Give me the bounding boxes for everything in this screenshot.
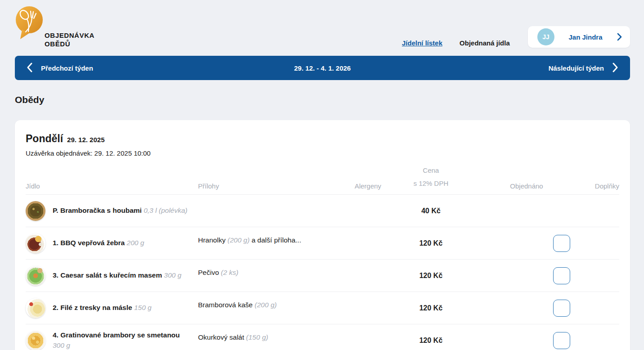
side-portion: (200 g) (227, 236, 249, 244)
ordered-cell (468, 332, 585, 349)
header-sides: Přílohy (198, 182, 342, 190)
chevron-right-icon (612, 63, 618, 74)
header-ordered: Objednáno (468, 182, 585, 190)
user-menu-button[interactable]: JJ Jan Jindra (528, 26, 630, 48)
side-name: Bramborová kaše (198, 301, 252, 309)
meal-portion: 150 g (134, 304, 152, 311)
order-checkbox[interactable] (553, 332, 570, 349)
header-extras: Doplňky (585, 182, 619, 190)
app-logo: OBJEDNÁVKA OBĚDŮ (15, 5, 132, 50)
app-title: OBJEDNÁVKA OBĚDŮ (45, 31, 95, 49)
potatoes-photo (26, 331, 45, 350)
meal-label: 1. BBQ vepřová žebra 200 g (53, 238, 144, 248)
side-name: Pečivo (198, 269, 219, 276)
menu-row: P. Bramboračka s houbami 0,3 l (polévka)… (26, 195, 619, 227)
ordered-cell (468, 300, 585, 317)
menu-row: 3. Caesar salát s kuřecím masem 300 g Pe… (26, 260, 619, 292)
salad-photo (26, 266, 45, 286)
next-week-label: Následující týden (549, 64, 604, 72)
meal-price: 40 Kč (394, 207, 468, 215)
menu-row: 2. Filé z tresky na másle 150 g Bramboro… (26, 292, 619, 324)
side-name: Hranolky (198, 236, 225, 244)
sides-cell: Pečivo (2 ks) (198, 269, 342, 277)
top-nav: Jídelní lístek Objednaná jídla (402, 39, 510, 47)
day-name: Pondělí (26, 133, 63, 145)
order-checkbox[interactable] (553, 267, 570, 284)
cutlery-logo-icon (15, 5, 44, 41)
side-name: Okurkový salát (198, 333, 244, 341)
meal-price: 120 Kč (394, 239, 468, 247)
nav-menu-link[interactable]: Jídelní lístek (402, 39, 442, 47)
side-portion: (200 g) (255, 301, 277, 309)
sides-cell: Bramborová kaše (200 g) (198, 301, 342, 309)
ordered-cell (468, 267, 585, 284)
meal-name: 2. Filé z tresky na másle (53, 304, 132, 311)
soup-photo (26, 201, 45, 221)
meal-portion: 0,3 l (polévka) (144, 206, 187, 214)
nav-ordered-link[interactable]: Objednaná jídla (459, 39, 510, 47)
table-header: Jídlo Přílohy Alergeny Cena s 12% DPH Ob… (26, 164, 619, 195)
meal-price: 120 Kč (394, 272, 468, 280)
meal-name: P. Bramboračka s houbami (53, 206, 142, 214)
sides-cell: Okurkový salát (150 g) (198, 333, 342, 341)
menu-row: 4. Gratinované brambory se smetanou 300 … (26, 324, 619, 350)
meal-label: 3. Caesar salát s kuřecím masem 300 g (53, 270, 181, 280)
header-allergens: Alergeny (342, 182, 394, 190)
meal-label: 4. Gratinované brambory se smetanou 300 … (53, 330, 192, 350)
order-deadline: Uzávěrka objednávek: 29. 12. 2025 10:00 (26, 149, 619, 157)
menu-rows: P. Bramboračka s houbami 0,3 l (polévka)… (26, 195, 619, 350)
meal-price: 120 Kč (394, 304, 468, 312)
chevron-left-icon (27, 63, 33, 74)
fish-photo (26, 298, 45, 318)
meal-label: P. Bramboračka s houbami 0,3 l (polévka) (53, 206, 188, 215)
page-title: Obědy (15, 94, 44, 105)
meal-name: 4. Gratinované brambory se smetanou (53, 331, 180, 339)
previous-week-button[interactable]: Předchozí týden (15, 56, 105, 80)
day-date: 29. 12. 2025 (67, 136, 104, 144)
week-navigation-bar: Předchozí týden 29. 12. - 4. 1. 2026 Nás… (15, 56, 630, 80)
day-header: Pondělí 29. 12. 2025 (26, 133, 619, 145)
side-portion: (150 g) (246, 333, 268, 341)
side-portion: (2 ks) (221, 269, 239, 276)
previous-week-label: Předchozí týden (41, 64, 93, 72)
meal-label: 2. Filé z tresky na másle 150 g (53, 303, 152, 313)
meal-portion: 300 g (53, 341, 70, 349)
side-extra: a další příloha... (252, 236, 301, 244)
meal-price: 120 Kč (394, 337, 468, 345)
order-checkbox[interactable] (553, 300, 570, 317)
ribs-photo (26, 233, 45, 253)
user-name: Jan Jindra (554, 33, 617, 41)
next-week-button[interactable]: Následující týden (537, 56, 630, 80)
order-checkbox[interactable] (553, 235, 570, 252)
header-meal: Jídlo (26, 182, 198, 190)
meal-portion: 200 g (127, 239, 144, 247)
ordered-cell (468, 235, 585, 252)
ordered-cell (468, 202, 585, 220)
header-price: Cena s 12% DPH (394, 164, 468, 190)
meal-name: 3. Caesar salát s kuřecím masem (53, 271, 162, 279)
menu-row: 1. BBQ vepřová žebra 200 g Hranolky (200… (26, 227, 619, 260)
meal-portion: 300 g (164, 271, 181, 279)
avatar: JJ (537, 28, 554, 45)
meal-name: 1. BBQ vepřová žebra (53, 239, 125, 247)
sides-cell: Hranolky (200 g) a další příloha... (198, 236, 342, 244)
day-card: Pondělí 29. 12. 2025 Uzávěrka objednávek… (15, 120, 630, 350)
chevron-right-icon (617, 33, 622, 41)
